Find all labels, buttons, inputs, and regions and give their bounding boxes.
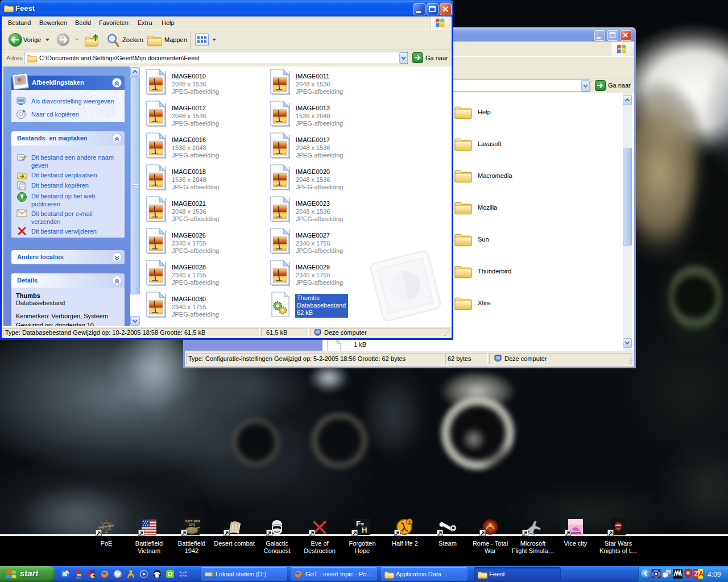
svg-text:2: 2: [408, 519, 411, 525]
svg-text:F: F: [356, 519, 361, 528]
svg-text:H: H: [362, 526, 367, 534]
svg-text:Z: Z: [694, 570, 698, 578]
svg-text:A: A: [699, 570, 704, 578]
svg-text:1942: 1942: [189, 523, 195, 526]
